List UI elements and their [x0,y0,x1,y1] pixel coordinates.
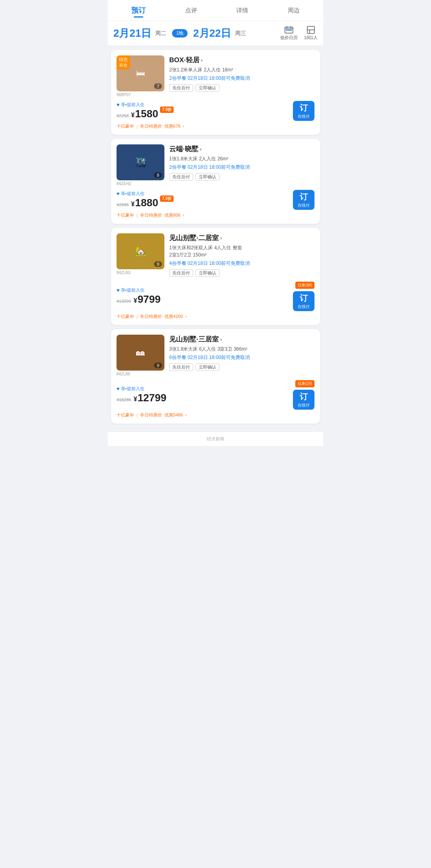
new-price: ¥9799 [134,293,161,306]
book-sub: 在线付 [298,304,310,310]
room-name[interactable]: BOX·轻居 › [169,55,314,65]
new-price: ¥12799 [134,392,166,404]
image-count: 9 [154,363,162,368]
room-image-wrap[interactable]: 🏘 9 [117,335,164,371]
subsidy-arrow: › [183,124,184,128]
room-name[interactable]: 云端·晓墅 › [169,144,314,154]
special-label: 冬日特惠价 [140,412,162,418]
subsidy-arrow: › [183,213,184,217]
room-action[interactable]: 1间1人 [304,26,318,41]
image-count: 9 [154,261,162,267]
nav-item-详情[interactable]: 详情 [236,7,248,16]
book-button[interactable]: 订 在线付 [293,190,314,210]
room-tags: 先住后付立即确认 [169,363,314,371]
subsidy-row: 十亿豪补 | 冬日特惠价 优惠678 › [117,123,314,129]
price-left: ♥ 享•提前入住 ¥13999 ¥9799 [117,287,160,306]
saving-label: 优惠4200 [164,314,183,320]
special-label: 冬日特惠价 [140,314,162,320]
room-image-wrap[interactable]: 🛏 猜您喜欢 7 [117,55,164,91]
price-row: ♥ 享•提前入住 ¥2258 ¥1580 7.0折 订 在线付 [117,101,314,121]
heart-icon: ♥ [117,102,120,108]
room-info: 见山别墅·三居室 › 3张1.8米大床 6人入住 3室3卫 366m² 6份早餐… [169,335,314,376]
subsidy-row: 十亿豪补 | 冬日特惠价 优惠5486 › [117,412,314,418]
nav-item-周边[interactable]: 周边 [288,7,300,16]
discount-right: 仅剩2间 订 在线付 [293,380,314,410]
room-image-wrap[interactable]: 🏡 9 [117,233,164,269]
book-button[interactable]: 订 在线付 [293,390,314,410]
room-code: 84ZL8G [117,270,164,275]
discount-right: 仅剩3间 订 在线付 [293,282,314,311]
heart-icon: ♥ [117,287,120,293]
subsidy-label: 十亿豪补 [117,314,134,320]
book-label: 订 [300,191,308,202]
book-button[interactable]: 订 在线付 [293,101,314,121]
room-code: 84ZEHZ [117,181,164,186]
price-left: ♥ 享•提前入住 ¥2686 ¥1880 7.0折 [117,191,174,209]
saving-label: 优惠5486 [164,412,183,418]
room-tag: 先住后付 [169,363,193,371]
room-tags: 先住后付立即确认 [169,173,314,181]
subsidy-label: 十亿豪补 [117,212,134,218]
svg-rect-4 [286,30,288,31]
bottom-label: 经济新闻 [207,436,224,441]
checkout-week: 周三 [235,30,246,37]
book-button[interactable]: 订 在线付 [293,291,314,311]
room-card-room-3: 🏡 9 84ZL8G 见山别墅·二居室 › 1张大床和2张双人床 4人入住 整套… [111,228,320,325]
checkin-date: 2月21日 [113,26,151,40]
card-top: 🏘 9 84ZL88 见山别墅·三居室 › 3张1.8米大床 6人入住 3室3卫… [117,335,314,376]
new-price: ¥1880 7.0折 [131,197,174,209]
image-count: 7 [154,83,162,89]
saving-label: 优惠678 [164,123,180,129]
subsidy-row: 十亿豪补 | 冬日特惠价 优惠806 › [117,212,314,218]
room-name[interactable]: 见山别墅·三居室 › [169,335,314,344]
room-image-section: 🏡 9 84ZL8G [117,233,164,278]
svg-rect-6 [290,30,292,31]
heart-icon: ♥ [117,386,120,392]
book-label: 订 [300,293,308,304]
room-icon [306,26,315,34]
special-label: 冬日特惠价 [140,212,162,218]
old-price: ¥2686 [117,202,129,207]
room-info: BOX·轻居 › 2张1.2米单人床 2人入住 18m² 2份早餐 02月18日… [169,55,314,97]
remaining-badge: 仅剩2间 [295,380,314,387]
room-name[interactable]: 见山别墅·二居室 › [169,233,314,243]
old-price: ¥13999 [117,299,131,304]
room-description: 1张大床和2张双人床 4人入住 整套2室1厅2卫 150m² [169,244,314,258]
room-tag: 立即确认 [196,173,219,181]
room-code: 86BP07 [117,93,164,97]
discount-right: 订 在线付 [293,190,314,210]
nav-item-点评[interactable]: 点评 [185,7,197,16]
book-sub: 在线付 [298,203,310,208]
price-left: ♥ 享•提前入住 ¥18285 ¥12799 [117,386,166,404]
room-tag: 先住后付 [169,173,193,181]
room-tag: 立即确认 [196,84,219,92]
calendar-action[interactable]: 低价日历 [280,26,298,41]
subsidy-label: 十亿豪补 [117,412,134,418]
room-tag: 立即确认 [196,363,219,371]
remaining-badge: 仅剩3间 [295,282,314,289]
room-amenity: 6份早餐 02月18日 18:00前可免费取消 [169,354,314,361]
enjoy-text: ♥ 享•提前入住 [117,386,166,392]
old-price: ¥18285 [117,397,131,402]
room-description: 2张1.2米单人床 2人入住 18m² [169,66,314,73]
room-code: 84ZL88 [117,372,164,376]
room-tags: 先住后付立即确认 [169,84,314,92]
card-top: 🏡 9 84ZL8G 见山别墅·二居室 › 1张大床和2张双人床 4人入住 整套… [117,233,314,278]
old-price: ¥2258 [117,113,129,118]
discount-badge: 7.0折 [160,107,174,113]
room-name-arrow: › [201,57,203,63]
room-tag: 先住后付 [169,269,193,277]
room-image-section: 🛏 猜您喜欢 7 86BP07 [117,55,164,97]
nav-item-预订[interactable]: 预订 [131,6,146,17]
room-label: 1间1人 [304,35,318,41]
date-selection-bar: 2月21日 周二 1晚 2月22日 周三 低价日历 [108,21,323,46]
room-image-wrap[interactable]: 🌃 8 [117,144,164,180]
room-card-room-1: 🛏 猜您喜欢 7 86BP07 BOX·轻居 › 2张1.2米单人床 2人入住 … [111,50,320,135]
room-tags: 先住后付立即确认 [169,269,314,277]
image-count: 8 [154,172,162,178]
room-tag: 立即确认 [196,269,219,277]
room-name-arrow: › [220,235,222,241]
room-amenity: 2份早餐 02月18日 18:00前可免费取消 [169,164,314,171]
nights-badge: 1晚 [172,29,188,37]
room-card-room-2: 🌃 8 84ZEHZ 云端·晓墅 › 1张1.8米大床 2人入住 26m² 2份… [111,139,320,224]
